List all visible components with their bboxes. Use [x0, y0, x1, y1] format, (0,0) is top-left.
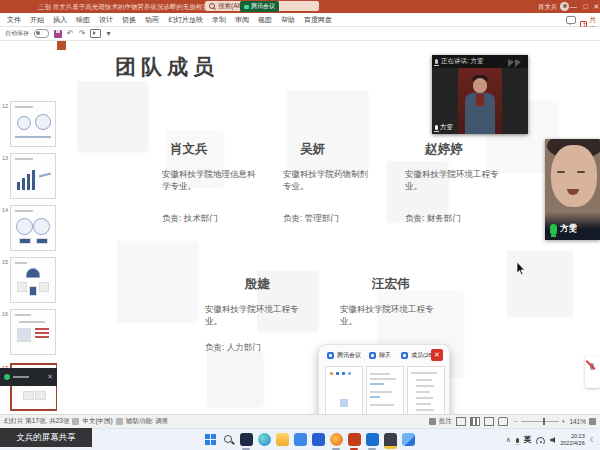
- slide-thumbnail-14[interactable]: [10, 205, 56, 251]
- tencent-meeting-icon: [369, 352, 376, 359]
- member-card: 赵婷婷 安徽科技学院环境工程专业。 负责: 财务部门: [405, 141, 505, 225]
- tab-slideshow[interactable]: 幻灯片放映: [168, 15, 203, 25]
- slideshow-view-icon[interactable]: [498, 417, 508, 426]
- meeting-mini-toolbar[interactable]: ✕: [0, 368, 57, 386]
- tab-insert[interactable]: 插入: [53, 15, 67, 25]
- tab-review[interactable]: 审阅: [235, 15, 249, 25]
- preview-item-chat[interactable]: 聊天: [369, 351, 391, 360]
- preview-item-meeting[interactable]: 腾讯会议: [327, 351, 361, 360]
- start-slideshow-icon[interactable]: [90, 29, 101, 38]
- slide-thumbnail-16[interactable]: [10, 309, 56, 355]
- slide-thumbnail-13[interactable]: [10, 153, 56, 199]
- firefox-icon[interactable]: [330, 433, 343, 446]
- speaker-name: 方雯: [440, 123, 453, 132]
- qat-customize-icon[interactable]: ▾: [106, 30, 110, 38]
- outlook-icon[interactable]: [366, 433, 379, 446]
- screen-share-label-text: 文兵的屏幕共享: [16, 432, 76, 444]
- notes-toggle[interactable]: 批注: [439, 417, 452, 426]
- fit-to-window-icon[interactable]: [589, 418, 596, 425]
- comments-icon[interactable]: [566, 16, 576, 24]
- tab-transitions[interactable]: 切换: [122, 15, 136, 25]
- preview-item-members[interactable]: 成员(28): [401, 351, 434, 360]
- tab-design[interactable]: 设计: [99, 15, 113, 25]
- tray-date: 2022/4/26: [560, 440, 584, 447]
- ime-indicator[interactable]: 英: [524, 435, 532, 445]
- close-icon[interactable]: ✕: [47, 373, 53, 381]
- participant-video-panel[interactable]: 方雯: [545, 139, 600, 240]
- proofing-icon[interactable]: [72, 418, 79, 425]
- tencent-meeting-icon: [327, 352, 334, 359]
- member-card: 肖文兵 安徽科技学院地理信息科学专业。 负责: 技术部门: [162, 141, 262, 225]
- tab-record[interactable]: 录制: [212, 15, 226, 25]
- slide-sorter-view-icon[interactable]: [470, 417, 480, 426]
- member-name: 殷婕: [245, 276, 305, 293]
- tencent-meeting-app-icon[interactable]: [240, 433, 253, 446]
- participant-name: 方雯: [560, 223, 577, 235]
- undo-icon[interactable]: ↶: [67, 30, 74, 38]
- member-name: 吴妍: [300, 141, 371, 158]
- speaker-video-window[interactable]: 正在讲话: 方雯 方雯: [432, 55, 528, 134]
- zoom-out-icon[interactable]: −: [514, 418, 518, 425]
- slide-thumbnail-15[interactable]: [10, 257, 56, 303]
- speaker-name-tag: 方雯: [435, 123, 453, 132]
- hidden-icons-chevron[interactable]: ∧: [506, 436, 511, 444]
- zoom-level[interactable]: 141%: [569, 418, 586, 425]
- wifi-icon[interactable]: [536, 437, 545, 444]
- volume-icon[interactable]: [550, 437, 555, 443]
- taskbar-search-icon[interactable]: [222, 433, 235, 446]
- photos-icon[interactable]: [402, 433, 415, 446]
- normal-view-icon[interactable]: [456, 417, 466, 426]
- mute-indicator[interactable]: [585, 356, 600, 388]
- zoom-slider[interactable]: [521, 421, 559, 423]
- tray-time: 20:23: [560, 433, 584, 440]
- meeting-icon: [244, 5, 249, 9]
- tab-baidu-netdisk[interactable]: 百度网盘: [304, 15, 332, 25]
- member-desc: 安徽科技学院药物制剂专业。: [283, 168, 371, 193]
- mail-icon[interactable]: [294, 433, 307, 446]
- reading-view-icon[interactable]: [484, 417, 494, 426]
- accessibility-icon: [116, 418, 123, 425]
- member-name: 赵婷婷: [425, 141, 505, 158]
- redo-icon[interactable]: ↷: [79, 30, 86, 38]
- member-desc: 安徽科技学院环境工程专业。: [340, 303, 440, 328]
- account-name[interactable]: 肖文兵: [538, 3, 558, 12]
- tab-draw[interactable]: 绘图: [76, 15, 90, 25]
- participant-name-tag: 方雯: [550, 223, 577, 235]
- notification-moon-icon[interactable]: ☾: [590, 436, 596, 444]
- toolbar-handle: [13, 376, 29, 378]
- start-button[interactable]: [204, 433, 217, 446]
- tray-mic-icon[interactable]: [516, 438, 519, 443]
- tab-file[interactable]: 文件: [7, 15, 21, 25]
- tab-view[interactable]: 视图: [258, 15, 272, 25]
- language-status[interactable]: 中文(中国): [82, 417, 112, 426]
- mic-active-icon: [550, 224, 557, 235]
- preview-close-button[interactable]: ✕: [431, 349, 443, 361]
- taskbar-clock[interactable]: 20:23 2022/4/26: [560, 433, 584, 447]
- edge-icon[interactable]: [258, 433, 271, 446]
- close-button[interactable]: ✕: [590, 0, 600, 13]
- zoom-in-icon[interactable]: +: [562, 418, 566, 425]
- thumb-number: 14: [2, 207, 8, 213]
- quick-access-toolbar: 自动保存 ↶ ↷ ▾: [0, 27, 600, 41]
- meeting-logo-icon: [515, 56, 525, 67]
- tencent-meeting-badge[interactable]: 腾讯会议: [240, 1, 279, 12]
- powerpoint-icon[interactable]: [348, 433, 361, 446]
- save-icon[interactable]: [54, 30, 62, 38]
- accessibility-status[interactable]: 辅助功能: 调查: [126, 417, 169, 426]
- thumb-number: 13: [2, 155, 8, 161]
- speaker-window-header[interactable]: 正在讲话: 方雯: [432, 55, 528, 68]
- file-explorer-icon[interactable]: [276, 433, 289, 446]
- dictionary-app-icon[interactable]: [384, 433, 397, 449]
- preview-label: 腾讯会议: [337, 351, 361, 360]
- store-icon[interactable]: [312, 433, 325, 446]
- tab-animations[interactable]: 动画: [145, 15, 159, 25]
- member-card: 殷婕 安徽科技学院环境工程专业。 负责: 人力部门: [205, 276, 305, 354]
- autosave-toggle[interactable]: [34, 29, 49, 38]
- title-bullet: [57, 41, 66, 50]
- mic-icon: [435, 59, 438, 64]
- slide-thumbnail-12[interactable]: [10, 101, 56, 147]
- tab-help[interactable]: 帮助: [281, 15, 295, 25]
- status-bar: 幻灯片 第17张, 共23张 中文(中国) 辅助功能: 调查 批注 − + 14…: [0, 414, 600, 428]
- zoom-slider-thumb[interactable]: [543, 418, 546, 425]
- tab-home[interactable]: 开始: [30, 15, 44, 25]
